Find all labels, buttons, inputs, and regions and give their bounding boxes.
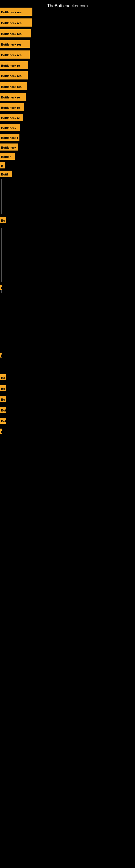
bottleneck-item[interactable]: Bottler [0, 153, 15, 160]
bottleneck-item[interactable]: B [0, 162, 5, 168]
bottleneck-item[interactable]: Bott [0, 418, 6, 424]
bottleneck-item[interactable]: Bottl [0, 170, 12, 177]
bottleneck-item[interactable]: Bottleneck res [0, 40, 30, 48]
bottleneck-item[interactable]: Bottleneck re [0, 93, 26, 101]
bottleneck-item[interactable]: Bottleneck [0, 124, 20, 131]
separator-line [1, 228, 2, 282]
separator-line [1, 290, 2, 293]
bottleneck-item[interactable]: B [0, 429, 2, 434]
bottleneck-item[interactable]: B [0, 352, 2, 358]
bottleneck-item[interactable]: Bo [0, 217, 6, 223]
bottleneck-item[interactable]: Bottleneck re [0, 103, 24, 111]
bottleneck-item[interactable]: Bott [0, 407, 6, 413]
bottleneck-item[interactable]: Bottleneck res [0, 71, 28, 80]
bottleneck-item[interactable]: Bottleneck re [0, 61, 28, 69]
bottleneck-item[interactable]: Bottleneck res [0, 19, 32, 27]
bottleneck-item[interactable]: Bottleneck re [0, 114, 23, 121]
bottleneck-item[interactable]: Bo [0, 385, 6, 391]
bottleneck-item[interactable]: Bottleneck res [0, 29, 31, 37]
bottleneck-item[interactable]: Bo [0, 396, 6, 402]
bottleneck-item[interactable]: Bottleneck res [0, 51, 30, 59]
bottleneck-item[interactable]: Bottleneck res [0, 8, 32, 16]
bottleneck-item[interactable]: Bottleneck r [0, 134, 19, 141]
separator-line [1, 179, 2, 214]
bottleneck-item[interactable]: Bottleneck res [0, 82, 27, 90]
bottleneck-item[interactable]: Bottleneck [0, 144, 18, 151]
bottleneck-item[interactable]: Bo [0, 374, 6, 380]
bottleneck-item[interactable]: B [0, 285, 2, 290]
